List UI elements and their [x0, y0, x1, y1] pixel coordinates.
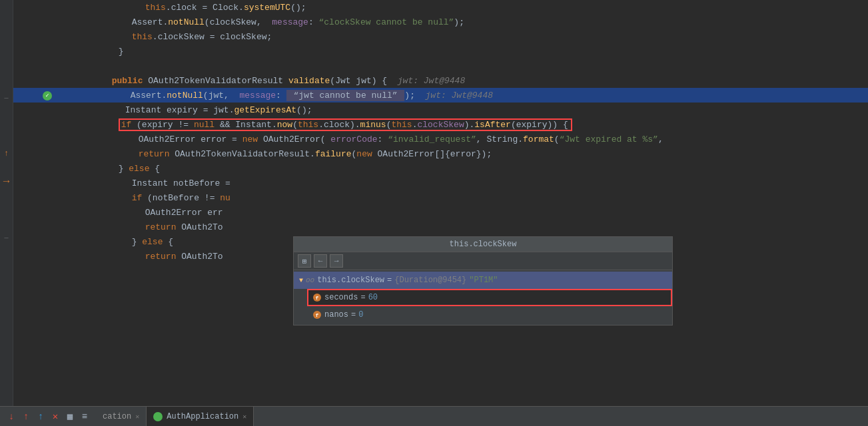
type-indicator: oo: [306, 276, 314, 284]
expand-icon: ▼: [299, 277, 303, 284]
popup-seconds-value: 60: [368, 293, 378, 302]
popup-header: this.clockSkew: [294, 237, 672, 252]
popup-row-parent[interactable]: ▼ oo this.clockSkew = {Duration@9454} "P…: [294, 272, 672, 289]
arrow-up-icon: ↑: [4, 149, 9, 158]
popup-row-nanos[interactable]: f nanos = 0: [307, 306, 672, 323]
field-icon-seconds: f: [312, 294, 322, 302]
back-button[interactable]: ←: [314, 254, 327, 268]
debug-popup: this.clockSkew ⊞ ← → ▼ oo this.clockSkew…: [293, 236, 673, 325]
stop-button[interactable]: ✕: [49, 411, 61, 423]
fold-icon[interactable]: —: [4, 95, 8, 102]
popup-nanos-name: nanos: [324, 310, 348, 320]
bottom-bar: ↓ ↑ ↑ ✕ ▦ ≡ cation ✕ AuthApplication ✕: [0, 406, 868, 426]
popup-nanos-value: 0: [358, 310, 363, 320]
tab-close-icon[interactable]: ✕: [242, 413, 246, 421]
code-line: }: [13, 44, 868, 59]
editor-area: — ↑ → — this.clock = Clock.systemUTC(: [0, 0, 868, 406]
popup-seconds-name: seconds: [324, 293, 358, 302]
ide-window: — ↑ → — this.clock = Clock.systemUTC(: [0, 0, 868, 426]
tab-label: cation: [103, 412, 131, 421]
grid-view-button[interactable]: ⊞: [298, 254, 311, 268]
popup-toolbar: ⊞ ← →: [294, 252, 672, 270]
popup-title: this.clockSkew: [450, 240, 517, 249]
step-down-button[interactable]: ↓: [5, 411, 17, 423]
bottom-controls: ↓ ↑ ↑ ✕ ▦ ≡: [0, 411, 96, 423]
tab-label: AuthApplication: [167, 412, 238, 421]
tab-close-icon[interactable]: ✕: [135, 413, 139, 421]
debug-gutter: — ↑ → —: [0, 0, 13, 406]
step-into-button[interactable]: ↑: [35, 411, 47, 423]
popup-field-name: this.clockSkew: [317, 276, 384, 285]
popup-field-type: {Duration@9454}: [394, 276, 466, 285]
fold-icon-2[interactable]: —: [4, 234, 8, 242]
tab-cation[interactable]: cation ✕: [96, 407, 147, 427]
step-up-button[interactable]: ↑: [20, 411, 32, 423]
popup-content: ▼ oo this.clockSkew = {Duration@9454} "P…: [294, 270, 672, 325]
popup-field-value: "PT1M": [469, 276, 498, 285]
more-button[interactable]: ≡: [79, 411, 91, 423]
exec-arrow-icon: →: [3, 176, 10, 188]
code-editor: this.clock = Clock.systemUTC(); Assert.n…: [13, 0, 868, 406]
popup-row-seconds[interactable]: f seconds = 60: [307, 289, 672, 306]
tab-auth-application[interactable]: AuthApplication ✕: [147, 407, 254, 427]
tab-app-icon: [153, 412, 163, 421]
forward-button[interactable]: →: [330, 254, 343, 268]
frames-button[interactable]: ▦: [64, 411, 76, 423]
code-lines: this.clock = Clock.systemUTC(); Assert.n…: [13, 0, 868, 264]
field-icon-nanos: f: [312, 311, 322, 319]
